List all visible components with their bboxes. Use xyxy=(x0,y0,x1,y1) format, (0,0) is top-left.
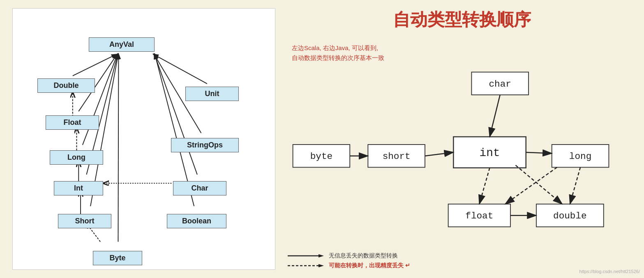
svg-text:int: int xyxy=(480,147,500,159)
anyval-box: AnyVal xyxy=(89,37,155,52)
annotation: 左边Scala, 右边Java, 可以看到, 自动数据类型转换的次序基本一致 xyxy=(292,43,384,63)
svg-marker-42 xyxy=(319,254,324,257)
svg-line-32 xyxy=(490,95,500,137)
annotation-line1: 左边Scala, 右边Java, 可以看到, xyxy=(292,43,384,53)
legend-solid: 无信息丢失的数据类型转换 xyxy=(288,252,410,260)
legend: 无信息丢失的数据类型转换 可能在转换时，出现精度丢失 ↵ xyxy=(288,252,410,272)
svg-line-39 xyxy=(570,167,580,204)
float-box: Float xyxy=(46,115,99,130)
svg-line-37 xyxy=(516,165,562,204)
int-box: Int xyxy=(54,181,103,195)
boolean-box: Boolean xyxy=(167,214,226,228)
svg-line-34 xyxy=(425,152,453,156)
legend-dashed-label: 可能在转换时，出现精度丢失 ↵ xyxy=(329,262,410,269)
svg-marker-44 xyxy=(319,264,324,267)
java-diagram: char byte short int long float double xyxy=(288,62,640,253)
watermark: https://blog.csdn.net/htt21526/ xyxy=(579,269,640,274)
stringops-box: StringOps xyxy=(171,138,239,152)
long-box: Long xyxy=(50,150,103,165)
svg-text:byte: byte xyxy=(310,151,332,162)
svg-line-36 xyxy=(479,168,489,204)
svg-text:short: short xyxy=(383,151,411,162)
right-panel: 自动类型转换顺序 左边Scala, 右边Java, 可以看到, 自动数据类型转换… xyxy=(275,0,644,278)
svg-line-6 xyxy=(154,55,207,84)
svg-line-0 xyxy=(73,55,116,76)
svg-line-5 xyxy=(118,55,118,242)
left-panel: AnyVal Double Float Long Int Short Byte … xyxy=(12,8,275,270)
byte-box: Byte xyxy=(93,251,142,265)
short-box: Short xyxy=(58,214,111,228)
legend-solid-label: 无信息丢失的数据类型转换 xyxy=(329,252,398,260)
unit-box: Unit xyxy=(185,87,239,101)
svg-line-38 xyxy=(505,167,557,204)
char-box: Char xyxy=(173,181,226,195)
page-title: 自动类型转换顺序 xyxy=(292,8,632,31)
svg-line-35 xyxy=(526,152,552,154)
svg-line-8 xyxy=(155,55,197,175)
double-box: Double xyxy=(37,78,95,93)
scala-diagram: AnyVal Double Float Long Int Short Byte … xyxy=(13,9,275,269)
legend-dashed: 可能在转换时，出现精度丢失 ↵ xyxy=(288,262,410,269)
svg-text:long: long xyxy=(569,151,591,162)
svg-text:char: char xyxy=(489,79,511,90)
svg-text:float: float xyxy=(465,211,493,221)
svg-line-2 xyxy=(83,55,118,145)
svg-text:double: double xyxy=(553,211,587,221)
